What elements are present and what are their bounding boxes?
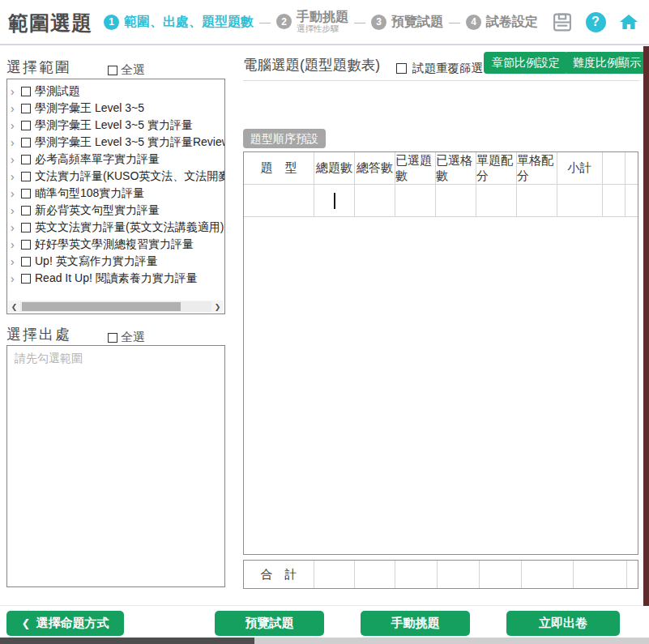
- source-section-title: 選擇出處: [6, 325, 71, 344]
- tree-item[interactable]: › 必考高頻率單字實力評量: [7, 151, 224, 168]
- scrollbar-track[interactable]: [20, 301, 211, 312]
- tree-item[interactable]: › Up! 英文寫作力實力評量: [7, 253, 224, 270]
- step-2-manual-pick[interactable]: 2 手動挑題 選擇性步驟: [276, 10, 348, 33]
- range-select-all-checkbox[interactable]: [108, 66, 117, 75]
- tree-item[interactable]: › 英文文法實力評量(英文文法講義適用): [7, 219, 224, 236]
- total-cell: [480, 561, 522, 588]
- step-4-number: 4: [466, 15, 481, 30]
- tree-item[interactable]: › Read It Up! 閱讀素養力實力評量: [7, 270, 224, 287]
- step-1-range[interactable]: 1 範圍、出處、題型題數: [104, 14, 254, 31]
- home-icon[interactable]: [618, 11, 639, 32]
- range-section-title: 選擇範圍: [6, 58, 71, 77]
- page-scrollbar-thumb[interactable]: [0, 638, 254, 644]
- checkbox[interactable]: [21, 257, 31, 267]
- tree-item[interactable]: › 學測字彙王 Level 3~5 實力評量Review: [7, 134, 224, 151]
- chapter-ratio-button[interactable]: 章節比例設定: [484, 52, 568, 74]
- tree-item[interactable]: › 學測字彙王 Level 3~5: [7, 100, 224, 117]
- chevron-right-icon[interactable]: ›: [11, 188, 21, 199]
- difficulty-ratio-button[interactable]: 難度比例顯示: [565, 52, 649, 74]
- cell-total-questions-input[interactable]: [314, 185, 355, 216]
- cell-total-answers[interactable]: [355, 185, 395, 216]
- chevron-right-icon[interactable]: ›: [11, 154, 21, 165]
- text-caret: [334, 193, 335, 209]
- cell-selected-questions[interactable]: [395, 185, 436, 216]
- page-horizontal-scrollbar[interactable]: [0, 638, 649, 644]
- tree-item-label: Read It Up! 閱讀素養力實力評量: [35, 271, 198, 286]
- tree-item[interactable]: › 瞄準句型108實力評量: [7, 185, 224, 202]
- col-header-empty: [626, 152, 638, 184]
- checkbox[interactable]: [21, 104, 31, 113]
- tree-item[interactable]: › 學測字彙王 Level 3~5 實力評量: [7, 117, 224, 134]
- checkbox[interactable]: [21, 240, 31, 249]
- horizontal-scrollbar[interactable]: ❮ ❯: [8, 301, 224, 313]
- scroll-left-icon[interactable]: ❮: [8, 303, 20, 311]
- tree-item[interactable]: › 文法實力評量(KUSO英文法、文法開麥拉: [7, 168, 224, 185]
- step-4-paper-settings[interactable]: 4 試卷設定: [466, 14, 538, 31]
- cell-subtotal: [557, 185, 603, 216]
- step-3-preview[interactable]: 3 預覽試題: [371, 14, 443, 31]
- tree-item-label: Up! 英文寫作力實力評量: [35, 254, 158, 269]
- total-cell: [355, 561, 395, 588]
- right-edge-scrollbar[interactable]: [643, 46, 649, 606]
- scrollbar-thumb[interactable]: [22, 302, 181, 311]
- checkbox[interactable]: [21, 172, 31, 181]
- page-title: 範圍選題: [8, 10, 92, 36]
- checkbox[interactable]: [21, 87, 31, 96]
- checkbox[interactable]: [21, 138, 31, 147]
- cell-selected-blanks[interactable]: [436, 185, 476, 216]
- checkbox[interactable]: [21, 155, 31, 164]
- range-select-all-label: 全選: [121, 62, 145, 78]
- range-select-all[interactable]: 全選: [108, 62, 145, 78]
- tree-item-label: 新必背英文句型實力評量: [35, 203, 160, 218]
- generate-paper-button[interactable]: 立即出卷: [506, 611, 620, 636]
- chevron-right-icon[interactable]: ›: [11, 222, 21, 233]
- step-3-number: 3: [371, 15, 386, 30]
- chevron-right-icon[interactable]: ›: [11, 256, 21, 267]
- duplicate-filter[interactable]: 試題重覆篩選: [396, 61, 483, 76]
- source-select-all-label: 全選: [121, 330, 145, 345]
- scroll-right-icon[interactable]: ❯: [211, 303, 224, 311]
- cell-points-per-blank[interactable]: [517, 185, 557, 216]
- tree-item[interactable]: › 學測試題: [7, 83, 224, 100]
- tree-item-label: 學測試題: [35, 84, 80, 99]
- manual-pick-button[interactable]: 手動挑題: [361, 611, 470, 636]
- chevron-right-icon[interactable]: ›: [11, 171, 21, 182]
- checkbox[interactable]: [21, 223, 31, 232]
- step-separator: —: [354, 15, 365, 28]
- back-to-method-button[interactable]: ❮ 選擇命題方式: [6, 611, 124, 636]
- chevron-right-icon[interactable]: ›: [11, 120, 21, 131]
- tree-item[interactable]: › 新必背英文句型實力評量: [7, 202, 224, 219]
- back-button-label: 選擇命題方式: [36, 616, 109, 631]
- tree-item-label: 瞄準句型108實力評量: [35, 186, 144, 201]
- cell-points-per-question[interactable]: [476, 185, 517, 216]
- help-icon[interactable]: ?: [585, 11, 606, 32]
- chevron-left-icon: ❮: [22, 617, 31, 629]
- total-cell: [522, 561, 574, 588]
- source-select-all-checkbox[interactable]: [108, 333, 117, 343]
- question-type-table: 題 型 總題數 總答數 已選題數 已選格數 單題配分 單格配分 小計: [243, 151, 638, 555]
- chevron-right-icon[interactable]: ›: [11, 103, 21, 114]
- duplicate-filter-checkbox[interactable]: [396, 63, 407, 74]
- checkbox[interactable]: [21, 274, 31, 284]
- tree-item[interactable]: › 好好學英文學測總複習實力評量: [7, 236, 224, 253]
- col-header-points-per-question: 單題配分: [476, 152, 517, 184]
- chevron-right-icon[interactable]: ›: [11, 239, 21, 250]
- chevron-right-icon[interactable]: ›: [11, 205, 21, 216]
- chevron-right-icon[interactable]: ›: [11, 137, 21, 148]
- chevron-right-icon[interactable]: ›: [11, 86, 21, 97]
- checkbox[interactable]: [21, 189, 31, 198]
- total-label: 合 計: [244, 561, 314, 588]
- source-list[interactable]: 請先勾選範圍: [6, 345, 225, 587]
- question-order-default-button[interactable]: 題型順序預設: [243, 129, 326, 148]
- save-icon[interactable]: [552, 11, 573, 32]
- source-select-all[interactable]: 全選: [108, 330, 145, 345]
- col-header-subtotal: 小計: [557, 152, 603, 184]
- chevron-right-icon[interactable]: ›: [11, 273, 21, 284]
- tree-item-label: 學測字彙王 Level 3~5 實力評量Review: [35, 135, 225, 150]
- col-header-empty: [603, 152, 626, 184]
- checkbox[interactable]: [21, 121, 31, 130]
- preview-questions-button[interactable]: 預覽試題: [215, 611, 324, 636]
- computer-selection-title: 電腦選題(題型題數表): [243, 55, 380, 75]
- cell-question-type[interactable]: [244, 185, 314, 216]
- checkbox[interactable]: [21, 206, 31, 215]
